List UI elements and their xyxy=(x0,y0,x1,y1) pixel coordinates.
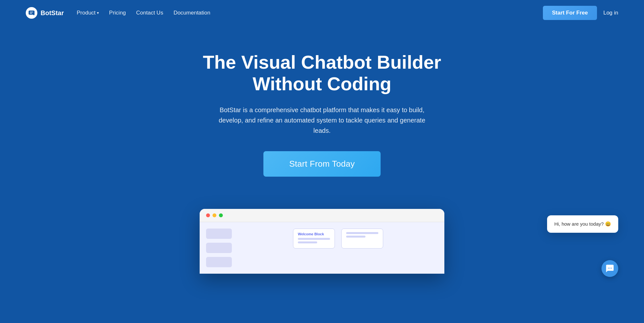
svg-point-1 xyxy=(33,14,35,15)
chat-widget-button[interactable] xyxy=(601,260,618,277)
welcome-block-title: Welcome Block xyxy=(298,232,330,236)
welcome-block: Welcome Block xyxy=(293,229,335,249)
flow-line-2 xyxy=(298,241,317,243)
browser-toolbar xyxy=(200,209,444,222)
svg-point-2 xyxy=(608,268,609,269)
svg-point-4 xyxy=(611,268,612,269)
nav-item-contact[interactable]: Contact Us xyxy=(136,10,163,16)
flow-right-line-1 xyxy=(346,232,378,234)
chat-popup-message: Hi, how are you today? 😀 xyxy=(554,221,611,227)
navbar-right: Start For Free Log in xyxy=(543,6,618,20)
navbar-left: BotStar Product ▾ Pricing Contact Us Doc… xyxy=(26,7,210,19)
mockup-section: Welcome Block Hi, how are you today? 😀 xyxy=(0,209,644,274)
nav-link-docs[interactable]: Documentation xyxy=(174,10,210,16)
logo[interactable]: BotStar xyxy=(26,7,64,19)
sidebar-block-2 xyxy=(206,243,232,253)
window-minimize-dot xyxy=(213,213,216,217)
start-for-free-button[interactable]: Start For Free xyxy=(543,6,597,20)
chevron-down-icon: ▾ xyxy=(97,11,99,15)
browser-content: Welcome Block xyxy=(200,222,444,274)
sidebar-block-3 xyxy=(206,257,232,267)
nav-link-pricing[interactable]: Pricing xyxy=(109,10,126,16)
canvas-area: Welcome Block xyxy=(238,229,438,249)
navbar: BotStar Product ▾ Pricing Contact Us Doc… xyxy=(0,0,644,26)
flow-right-line-2 xyxy=(346,236,365,238)
flow-block-right xyxy=(341,229,383,249)
nav-item-docs[interactable]: Documentation xyxy=(174,10,210,16)
sidebar-panel xyxy=(206,229,232,267)
nav-item-product[interactable]: Product ▾ xyxy=(77,10,99,16)
sidebar-block-1 xyxy=(206,229,232,239)
svg-point-3 xyxy=(610,268,611,269)
login-button[interactable]: Log in xyxy=(603,10,618,16)
nav-link-product[interactable]: Product ▾ xyxy=(77,10,99,16)
chat-popup: Hi, how are you today? 😀 xyxy=(547,215,618,233)
flow-line-1 xyxy=(298,238,330,240)
nav-item-pricing[interactable]: Pricing xyxy=(109,10,126,16)
svg-rect-0 xyxy=(29,11,34,15)
window-maximize-dot xyxy=(219,213,223,217)
nav-links: Product ▾ Pricing Contact Us Documentati… xyxy=(77,10,210,16)
browser-mockup: Welcome Block xyxy=(200,209,444,274)
brand-name: BotStar xyxy=(41,9,64,17)
logo-icon xyxy=(26,7,37,19)
nav-link-contact[interactable]: Contact Us xyxy=(136,10,163,16)
hero-title: The Visual Chatbot Builder Without Codin… xyxy=(193,52,451,94)
hero-section: The Visual Chatbot Builder Without Codin… xyxy=(0,26,644,196)
start-from-today-button[interactable]: Start From Today xyxy=(263,151,381,177)
window-close-dot xyxy=(206,213,210,217)
hero-subtitle: BotStar is a comprehensive chatbot platf… xyxy=(209,105,435,136)
